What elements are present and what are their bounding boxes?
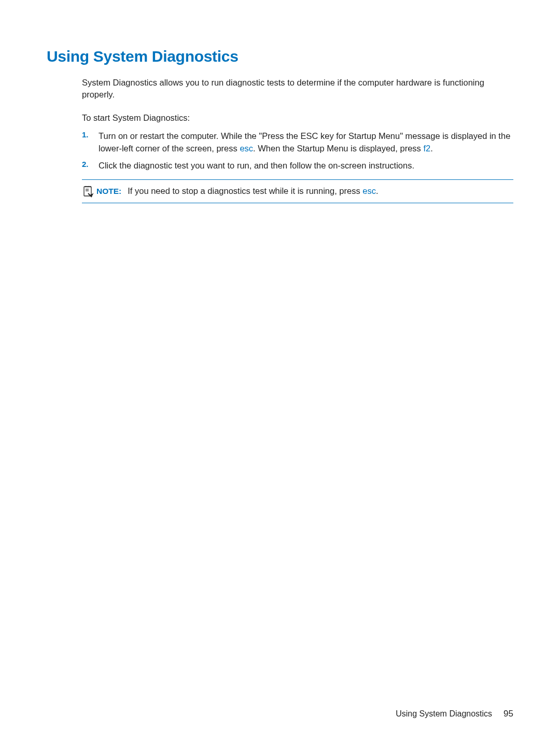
step-number: 1. [82, 130, 99, 139]
f2-key: f2 [423, 144, 430, 153]
esc-key: esc [240, 144, 253, 153]
esc-key: esc [362, 186, 376, 195]
intro-paragraph: System Diagnostics allows you to run dia… [82, 77, 513, 101]
note-part1: If you need to stop a diagnostics test w… [128, 186, 362, 195]
step-text: Click the diagnostic test you want to ru… [99, 160, 414, 172]
note-text: If you need to stop a diagnostics test w… [128, 186, 378, 196]
step1-part3: . [430, 144, 433, 153]
svg-rect-0 [84, 187, 91, 196]
steps-list: 1. Turn on or restart the computer. Whil… [82, 130, 513, 172]
step-number: 2. [82, 160, 99, 168]
document-content: Using System Diagnostics System Diagnost… [47, 48, 513, 203]
step-text: Turn on or restart the computer. While t… [99, 130, 513, 154]
page-number: 95 [503, 709, 513, 719]
page-footer: Using System Diagnostics 95 [396, 709, 513, 719]
note-label: NOTE: [96, 187, 121, 196]
note-icon [82, 185, 94, 198]
step-1: 1. Turn on or restart the computer. Whil… [82, 130, 513, 154]
step-2: 2. Click the diagnostic test you want to… [82, 160, 513, 172]
page-heading: Using System Diagnostics [47, 48, 513, 65]
start-instruction: To start System Diagnostics: [82, 112, 513, 124]
note-part2: . [376, 186, 379, 195]
step1-part2: . When the Startup Menu is displayed, pr… [253, 144, 423, 153]
note-callout: NOTE: If you need to stop a diagnostics … [82, 179, 513, 203]
footer-title: Using System Diagnostics [396, 709, 492, 719]
